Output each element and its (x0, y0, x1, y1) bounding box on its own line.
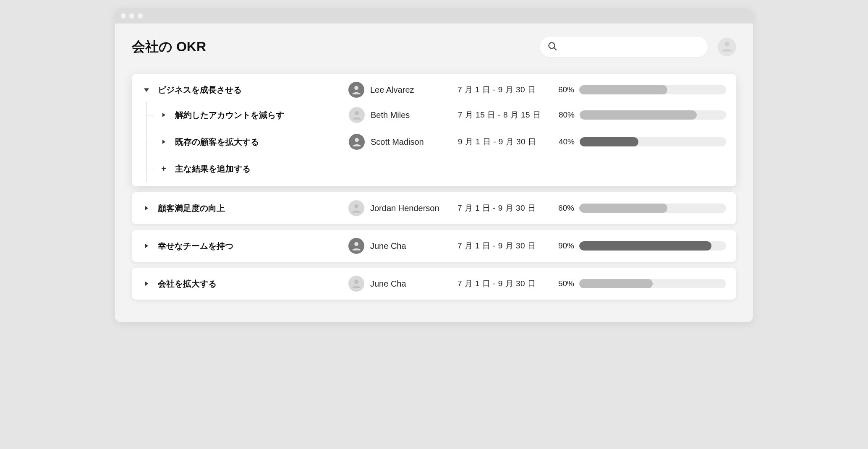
key-result-row[interactable]: 解約したアカウントを減らす Beth Miles 7 月 15 日 - 8 月 … (146, 102, 726, 128)
svg-point-14 (354, 280, 358, 284)
progress-bar (579, 204, 726, 213)
svg-point-10 (354, 204, 358, 209)
okr-label: 幸せなチームを持つ (151, 240, 348, 252)
add-key-result-label: 主な結果を追加する (168, 163, 349, 175)
svg-marker-13 (145, 282, 148, 286)
progress-fill (579, 204, 667, 213)
key-result-owner: Beth Miles (349, 107, 458, 123)
progress-bar (580, 137, 726, 146)
avatar (348, 82, 364, 98)
okr-card: ビジネスを成長させる Lee Alvarez 7 月 1 日 - 9 月 30 … (132, 74, 736, 186)
okr-owner: June Cha (348, 276, 458, 292)
progress-fill (579, 279, 653, 288)
progress-fill (580, 137, 638, 146)
okr-card: 顧客満足度の向上 Jordan Henderson 7 月 1 日 - 9 月 … (132, 192, 736, 224)
svg-point-2 (724, 42, 729, 46)
owner-name: Lee Alvarez (370, 85, 414, 95)
progress-bar (579, 279, 726, 288)
chevron-right-icon[interactable] (142, 244, 151, 248)
header: 会社の OKR (132, 37, 736, 57)
okr-card: 会社を拡大する June Cha 7 月 1 日 - 9 月 30 日 50% (132, 268, 736, 300)
app-window: 会社の OKR (115, 8, 753, 322)
chevron-right-icon[interactable] (159, 113, 168, 117)
current-user-avatar[interactable] (718, 38, 736, 56)
owner-name: June Cha (370, 279, 406, 289)
avatar (348, 238, 364, 254)
okr-owner: June Cha (348, 238, 458, 254)
okr-percent: 60% (550, 204, 579, 213)
svg-point-8 (355, 138, 359, 142)
progress-bar (579, 241, 726, 251)
page-title: 会社の OKR (132, 38, 540, 56)
okr-percent: 50% (550, 279, 579, 288)
key-result-owner: Scott Madison (349, 134, 458, 150)
okr-date: 7 月 1 日 - 9 月 30 日 (458, 203, 550, 214)
svg-marker-5 (162, 113, 165, 117)
okr-date: 7 月 1 日 - 9 月 30 日 (458, 84, 550, 95)
okr-label: 顧客満足度の向上 (151, 203, 348, 214)
app-content: 会社の OKR (115, 23, 753, 322)
progress-fill (579, 85, 667, 94)
avatar (349, 107, 365, 123)
search-box[interactable] (540, 37, 708, 57)
avatar (348, 200, 364, 216)
progress-fill (580, 110, 697, 120)
key-result-date: 9 月 1 日 - 9 月 30 日 (458, 136, 550, 147)
okr-row[interactable]: 幸せなチームを持つ June Cha 7 月 1 日 - 9 月 30 日 90… (142, 234, 726, 258)
window-title-bar (115, 8, 753, 23)
svg-marker-7 (162, 140, 165, 144)
plus-icon: + (159, 164, 168, 174)
svg-marker-11 (145, 244, 148, 248)
svg-line-1 (554, 48, 556, 50)
okr-percent: 90% (550, 241, 579, 251)
search-icon (547, 41, 557, 53)
avatar (349, 134, 365, 150)
svg-point-6 (355, 111, 359, 115)
okr-date: 7 月 1 日 - 9 月 30 日 (458, 278, 550, 289)
progress-bar (579, 85, 726, 94)
key-result-date: 7 月 15 日 - 8 月 15 日 (458, 110, 550, 120)
user-icon (721, 40, 733, 54)
owner-name: Beth Miles (371, 110, 410, 120)
window-control-minimize[interactable] (129, 13, 134, 18)
okr-label: ビジネスを成長させる (151, 84, 348, 96)
key-results-list: 解約したアカウントを減らす Beth Miles 7 月 15 日 - 8 月 … (146, 102, 726, 182)
key-result-label: 解約したアカウントを減らす (168, 110, 349, 121)
add-key-result-row[interactable]: + 主な結果を追加する (146, 155, 726, 182)
okr-row[interactable]: ビジネスを成長させる Lee Alvarez 7 月 1 日 - 9 月 30 … (142, 78, 726, 102)
okr-card: 幸せなチームを持つ June Cha 7 月 1 日 - 9 月 30 日 90… (132, 230, 736, 262)
progress-fill (579, 241, 711, 251)
okr-owner: Jordan Henderson (348, 200, 458, 216)
search-input[interactable] (562, 43, 700, 52)
key-result-label: 既存の顧客を拡大する (168, 136, 349, 148)
svg-marker-9 (145, 206, 148, 210)
chevron-right-icon[interactable] (142, 206, 151, 210)
window-control-close[interactable] (121, 13, 126, 18)
avatar (348, 276, 364, 292)
svg-marker-3 (144, 88, 149, 91)
chevron-down-icon[interactable] (142, 87, 151, 92)
okr-date: 7 月 1 日 - 9 月 30 日 (458, 240, 550, 251)
okr-percent: 60% (550, 85, 579, 94)
owner-name: Scott Madison (371, 137, 424, 147)
owner-name: June Cha (370, 241, 406, 251)
svg-point-4 (354, 86, 358, 90)
chevron-right-icon[interactable] (142, 282, 151, 286)
progress-bar (580, 110, 726, 120)
key-result-row[interactable]: 既存の顧客を拡大する Scott Madison 9 月 1 日 - 9 月 3… (146, 128, 726, 155)
window-control-maximize[interactable] (138, 13, 143, 18)
okr-row[interactable]: 顧客満足度の向上 Jordan Henderson 7 月 1 日 - 9 月 … (142, 196, 726, 220)
key-result-percent: 40% (550, 137, 580, 146)
key-result-percent: 80% (550, 110, 580, 120)
okr-row[interactable]: 会社を拡大する June Cha 7 月 1 日 - 9 月 30 日 50% (142, 272, 726, 295)
svg-point-12 (354, 242, 358, 246)
okr-owner: Lee Alvarez (348, 82, 458, 98)
chevron-right-icon[interactable] (159, 140, 168, 144)
okr-label: 会社を拡大する (151, 278, 348, 290)
owner-name: Jordan Henderson (370, 204, 439, 213)
